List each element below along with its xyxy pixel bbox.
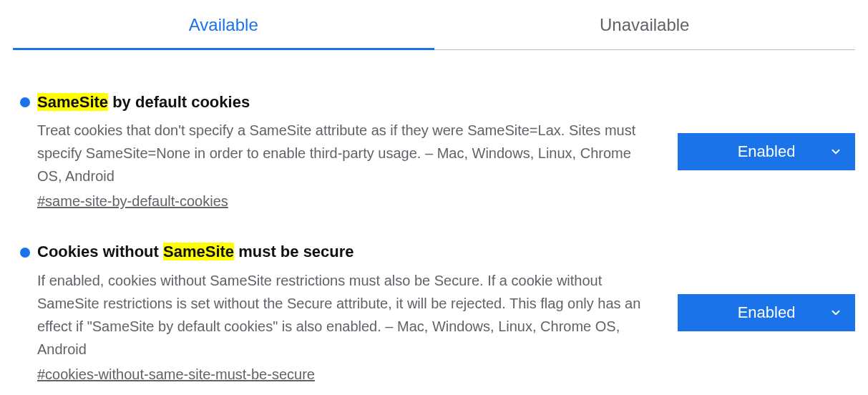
chevron-down-icon	[829, 145, 842, 158]
status-dot-icon	[20, 97, 30, 107]
flag-state-select[interactable]: Enabled	[678, 294, 855, 331]
chevron-down-icon	[829, 306, 842, 319]
flag-item: SameSite by default cookies Treat cookie…	[13, 93, 855, 210]
flag-title-after: by default cookies	[108, 93, 250, 111]
search-highlight: SameSite	[37, 93, 108, 111]
flag-title-row: Cookies without SameSite must be secure	[20, 243, 657, 261]
tab-available-label: Available	[189, 15, 258, 35]
search-highlight: SameSite	[163, 243, 234, 260]
tab-unavailable[interactable]: Unavailable	[434, 0, 856, 49]
flag-anchor-link[interactable]: #same-site-by-default-cookies	[37, 193, 228, 209]
flag-title: Cookies without SameSite must be secure	[37, 243, 354, 261]
flag-title: SameSite by default cookies	[37, 93, 250, 112]
flags-list: SameSite by default cookies Treat cookie…	[0, 50, 868, 395]
flag-title-after: must be secure	[234, 243, 354, 260]
flag-description: If enabled, cookies without SameSite res…	[37, 269, 657, 361]
flag-state-value: Enabled	[738, 303, 796, 322]
flag-content: Cookies without SameSite must be secure …	[13, 243, 657, 382]
tab-available[interactable]: Available	[13, 0, 434, 49]
flag-control: Enabled	[678, 294, 855, 331]
flag-anchor-link[interactable]: #cookies-without-same-site-must-be-secur…	[37, 366, 315, 382]
flag-title-row: SameSite by default cookies	[20, 93, 657, 112]
tabs-bar: Available Unavailable	[13, 0, 855, 50]
flag-item: Cookies without SameSite must be secure …	[13, 243, 855, 382]
flag-state-value: Enabled	[738, 142, 796, 161]
status-dot-icon	[20, 248, 30, 258]
flag-description: Treat cookies that don't specify a SameS…	[37, 119, 657, 187]
flag-title-before: Cookies without	[37, 243, 163, 260]
flag-content: SameSite by default cookies Treat cookie…	[13, 93, 657, 210]
flag-control: Enabled	[678, 133, 855, 170]
tab-unavailable-label: Unavailable	[600, 15, 689, 35]
flag-state-select[interactable]: Enabled	[678, 133, 855, 170]
